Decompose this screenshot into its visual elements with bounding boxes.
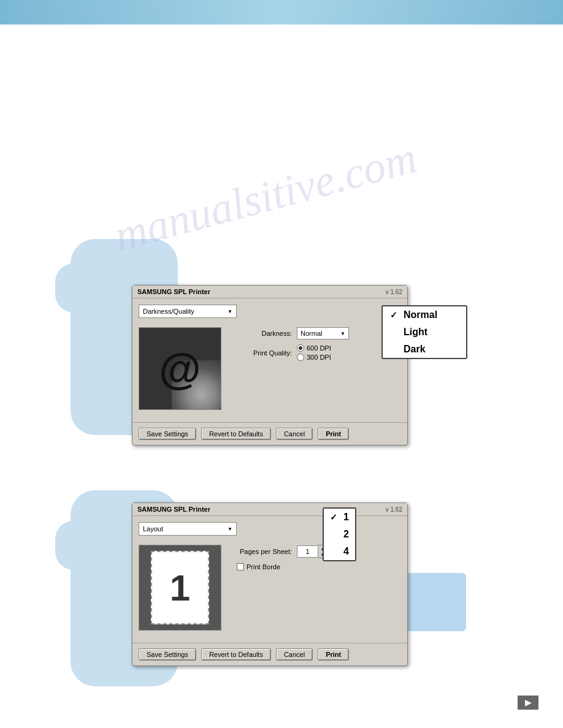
category-dropdown-label: Darkness/Quality (143, 308, 194, 315)
print-border-label: Print Borde (247, 563, 280, 571)
at-icon: @ (159, 344, 201, 393)
darkness-normal-label: Normal (404, 309, 437, 320)
check-1: ✓ (330, 512, 340, 522)
darkness-dark-label: Dark (404, 344, 426, 355)
radio-600dpi[interactable]: 600 DPI (297, 344, 331, 352)
top-header-bar (0, 0, 563, 25)
layout-1-label: 1 (343, 512, 349, 523)
dialog1-print-button[interactable]: Print (318, 428, 349, 440)
darkness-dropdown[interactable]: Normal ▼ (297, 327, 349, 339)
dialog2-title: SAMSUNG SPL Printer (137, 506, 210, 513)
dialog1-version: v 1.62 (386, 289, 402, 295)
check-dark (390, 344, 400, 354)
check-2 (330, 529, 340, 539)
layout-option-1[interactable]: ✓ 1 (324, 509, 355, 526)
layout-dropdown-arrow: ▼ (228, 526, 232, 532)
pages-per-sheet-input[interactable] (297, 545, 318, 558)
print-quality-group: 600 DPI 300 DPI (297, 344, 331, 361)
radio-300dpi-label: 300 DPI (307, 354, 331, 361)
dialog1-cancel-button[interactable]: Cancel (276, 428, 313, 440)
deco-handle-top (55, 264, 92, 313)
dialog2-category-selector[interactable]: Layout ▼ (139, 522, 401, 536)
print-quality-label: Print Quality: (237, 349, 292, 357)
dialog2-content-row: 1 Pages per Sheet: ▲ ▼ (139, 542, 401, 637)
dialog2-print-button[interactable]: Print (318, 648, 349, 661)
layout-dropdown-label: Layout (143, 525, 163, 533)
check-4 (330, 547, 340, 556)
darkness-popup: ✓ Normal Light Dark (381, 305, 467, 359)
layout-page-preview: 1 (151, 551, 209, 624)
layout-4-label: 4 (343, 546, 349, 557)
layout-2-label: 2 (343, 529, 349, 540)
layout-pages-popup: ✓ 1 2 4 (323, 507, 356, 561)
dialog1-title: SAMSUNG SPL Printer (137, 288, 210, 295)
print-border-checkbox[interactable] (237, 563, 244, 571)
dialog1-body: Darkness/Quality ▼ @ Darkness: Normal ▼ (132, 298, 407, 422)
dialog2-save-button[interactable]: Save Settings (139, 648, 196, 661)
pages-per-sheet-label: Pages per Sheet: (237, 548, 292, 555)
category-dropdown-arrow: ▼ (228, 309, 232, 314)
darkness-row: Darkness: Normal ▼ (237, 327, 401, 339)
dialog1-titlebar: SAMSUNG SPL Printer v 1.62 (132, 286, 407, 298)
layout-option-2[interactable]: 2 (324, 526, 355, 543)
page-number: ▶ (518, 696, 538, 710)
radio-300dpi-circle (297, 354, 304, 361)
darkness-option-light[interactable]: Light (383, 324, 466, 341)
print-quality-row: Print Quality: 600 DPI 300 DPI (237, 344, 401, 361)
dialog1-save-button[interactable]: Save Settings (139, 428, 196, 440)
darkness-light-label: Light (404, 327, 427, 338)
pages-per-sheet-row: Pages per Sheet: ▲ ▼ (237, 545, 401, 558)
dialog1-revert-button[interactable]: Revert to Defaults (201, 428, 271, 440)
print-border-row: Print Borde (237, 563, 401, 571)
dialog-layout: SAMSUNG SPL Printer v 1.62 Layout ▼ 1 Pa… (132, 502, 408, 666)
dialog2-version: v 1.62 (386, 506, 402, 513)
dialog2-buttons: Save Settings Revert to Defaults Cancel … (132, 643, 407, 665)
check-normal: ✓ (390, 310, 400, 320)
dialog2-body: Layout ▼ 1 Pages per Sheet: (132, 516, 407, 643)
category-dropdown[interactable]: Darkness/Quality ▼ (139, 305, 237, 318)
check-light (390, 327, 400, 337)
dialog2-revert-button[interactable]: Revert to Defaults (201, 648, 271, 661)
dialog2-settings: Pages per Sheet: ▲ ▼ Print Borde (228, 545, 401, 571)
darkness-label: Darkness: (237, 330, 292, 337)
layout-category-dropdown[interactable]: Layout ▼ (139, 522, 237, 536)
dialog1-settings: Darkness: Normal ▼ Print Quality: 600 DP… (228, 327, 401, 366)
deco-handle-bottom (55, 521, 92, 570)
dialog1-content-row: @ Darkness: Normal ▼ Print Quality: (139, 324, 401, 416)
darkness-option-normal[interactable]: ✓ Normal (383, 306, 466, 324)
radio-600dpi-label: 600 DPI (307, 344, 331, 352)
dialog-darkness-quality: SAMSUNG SPL Printer v 1.62 Darkness/Qual… (132, 285, 408, 446)
dialog1-preview: @ (139, 327, 221, 410)
layout-preview: 1 (139, 545, 221, 631)
dialog2-titlebar: SAMSUNG SPL Printer v 1.62 (132, 503, 407, 516)
layout-page-number: 1 (170, 567, 190, 609)
radio-600dpi-circle (297, 344, 304, 352)
darkness-value: Normal (301, 330, 322, 337)
darkness-arrow: ▼ (340, 331, 345, 336)
layout-option-4[interactable]: 4 (324, 543, 355, 560)
radio-300dpi[interactable]: 300 DPI (297, 354, 331, 361)
dialog2-cancel-button[interactable]: Cancel (276, 648, 313, 661)
darkness-option-dark[interactable]: Dark (383, 341, 466, 358)
dialog1-buttons: Save Settings Revert to Defaults Cancel … (132, 422, 407, 445)
dialog1-category-selector[interactable]: Darkness/Quality ▼ (139, 305, 401, 318)
